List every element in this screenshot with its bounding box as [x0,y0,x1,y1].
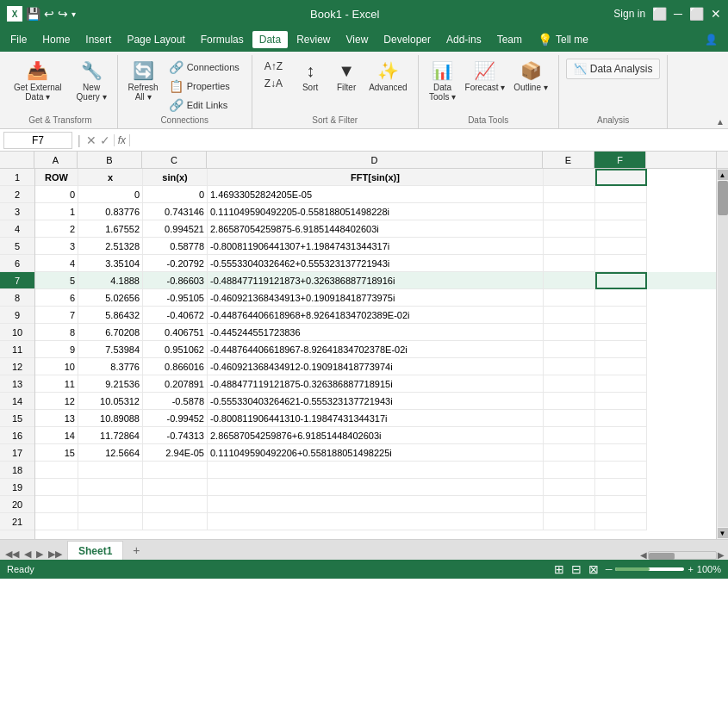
row-header-15[interactable]: 15 [0,410,34,427]
h-scroll-right[interactable]: ▶ [718,550,725,560]
vertical-scrollbar[interactable]: ▲ ▼ [716,169,728,539]
h-scroll-thumb[interactable] [649,553,675,560]
col-header-f[interactable]: F [594,152,646,169]
col-header-b[interactable]: B [78,152,142,169]
cell-c21[interactable] [143,513,208,530]
cell-e6[interactable] [544,255,595,272]
cell-f6[interactable] [595,255,647,272]
cell-e3[interactable] [544,203,595,220]
sign-in-btn[interactable]: Sign in [613,8,645,20]
col-header-c[interactable]: C [142,152,207,169]
cell-f3[interactable] [595,203,647,220]
cell-e15[interactable] [544,410,595,427]
cell-c19[interactable] [143,479,208,496]
cell-d2[interactable]: 1.46933052824205E-05 [208,186,544,203]
cell-d21[interactable] [208,513,544,530]
cell-c6[interactable]: -0.20792 [143,255,208,272]
cell-e14[interactable] [544,393,595,410]
zoom-in-btn[interactable]: + [688,564,693,574]
cell-d11[interactable]: -0.448764406618967-8.92641834702378E-02i [208,341,544,358]
data-tools-btn[interactable]: 📊 DataTools ▾ [426,59,460,103]
cell-b18[interactable] [78,462,143,479]
cell-f18[interactable] [595,462,647,479]
cell-b5[interactable]: 2.51328 [78,238,143,255]
cell-a15[interactable]: 13 [35,410,78,427]
cell-f9[interactable] [595,307,647,324]
cell-f1-selected[interactable] [595,169,647,186]
filter-btn[interactable]: ▼ Filter [329,59,364,94]
cell-a12[interactable]: 10 [35,358,78,375]
cell-b12[interactable]: 8.3776 [78,358,143,375]
cell-f2[interactable] [595,186,647,203]
row-header-3[interactable]: 3 [0,203,34,220]
cell-e13[interactable] [544,375,595,393]
menu-developer[interactable]: Developer [376,31,438,48]
scroll-down-btn[interactable]: ▼ [718,528,728,538]
forecast-btn[interactable]: 📈 Forecast ▾ [462,59,509,94]
get-external-data-btn[interactable]: 📥 Get ExternalData ▾ [10,59,65,103]
cell-e10[interactable] [544,324,595,341]
scroll-thumb[interactable] [718,181,728,215]
row-header-16[interactable]: 16 [0,427,34,444]
cell-f12[interactable] [595,358,647,375]
edit-links-btn[interactable]: 🔗 Edit Links [164,96,245,114]
cell-a17[interactable]: 15 [35,444,78,462]
minimize-btn[interactable]: ─ [674,7,682,21]
row-header-21[interactable]: 21 [0,513,34,530]
cell-b10[interactable]: 6.70208 [78,324,143,341]
cell-e19[interactable] [544,479,595,496]
cell-e11[interactable] [544,341,595,358]
cell-a13[interactable]: 11 [35,375,78,393]
refresh-all-btn[interactable]: 🔄 RefreshAll ▾ [125,59,162,103]
cell-c2[interactable]: 0 [143,186,208,203]
row-header-4[interactable]: 4 [0,220,34,238]
menu-add-ins[interactable]: Add-ins [439,31,488,48]
cell-f14[interactable] [595,393,647,410]
row-header-18[interactable]: 18 [0,462,34,479]
cell-d12[interactable]: -0.460921368434912-0.190918418773974i [208,358,544,375]
cell-a3[interactable]: 1 [35,203,78,220]
cell-b1[interactable]: x [78,169,143,186]
cell-a2[interactable]: 0 [35,186,78,203]
row-header-8[interactable]: 8 [0,289,34,307]
h-scroll-left[interactable]: ◀ [640,550,647,560]
formula-input[interactable] [134,134,725,146]
cell-a21[interactable] [35,513,78,530]
cell-b13[interactable]: 9.21536 [78,375,143,393]
cell-c4[interactable]: 0.994521 [143,220,208,238]
cell-b9[interactable]: 5.86432 [78,307,143,324]
cell-d5[interactable]: -0.800811906441307+1.19847431344317i [208,238,544,255]
cell-d17[interactable]: 0.111049590492206+0.558188051498225i [208,444,544,462]
col-header-d[interactable]: D [207,152,543,169]
restore-btn[interactable]: ⬜ [689,7,704,21]
menu-formulas[interactable]: Formulas [194,31,251,48]
cell-a19[interactable] [35,479,78,496]
cell-c10[interactable]: 0.406751 [143,324,208,341]
advanced-btn[interactable]: ✨ Advanced [365,59,410,94]
cell-a11[interactable]: 9 [35,341,78,358]
cell-e18[interactable] [544,462,595,479]
sheet-nav-next[interactable]: ▶ [34,549,45,560]
cell-b4[interactable]: 1.67552 [78,220,143,238]
row-header-11[interactable]: 11 [0,341,34,358]
cell-f5[interactable] [595,238,647,255]
add-sheet-btn[interactable]: + [127,541,146,560]
menu-data[interactable]: Data [252,31,288,48]
row-header-9[interactable]: 9 [0,307,34,324]
cell-d3[interactable]: 0.111049590492205-0.558188051498228i [208,203,544,220]
scroll-track[interactable] [718,181,728,527]
cell-e1[interactable] [544,169,595,186]
ribbon-collapse-btn[interactable]: ▲ [716,117,725,127]
menu-tell-me[interactable]: 💡Tell me [531,30,595,49]
cell-b2[interactable]: 0 [78,186,143,203]
cell-b21[interactable] [78,513,143,530]
undo-btn[interactable]: ↩ [44,7,54,21]
cell-ref-input[interactable]: F7 [3,132,72,149]
cell-b19[interactable] [78,479,143,496]
row-header-7[interactable]: 7 [0,272,34,289]
cell-a14[interactable]: 12 [35,393,78,410]
cell-b3[interactable]: 0.83776 [78,203,143,220]
cell-d7[interactable]: -0.488477119121873+0.326386887718916i [208,272,544,289]
cell-e17[interactable] [544,444,595,462]
cell-c13[interactable]: 0.207891 [143,375,208,393]
